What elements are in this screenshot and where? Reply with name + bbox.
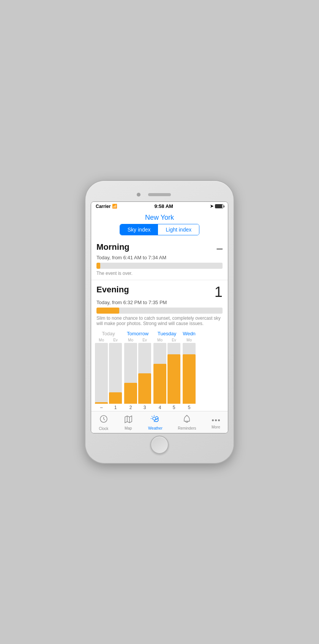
status-right: ➤: [210, 204, 223, 209]
nav-weather[interactable]: Weather: [148, 415, 163, 430]
bar-col-tomorrow-mo: Mo 2: [124, 338, 137, 410]
evening-score: 1: [215, 285, 223, 299]
weather-icon: [150, 415, 160, 425]
day-group-tomorrow: Tomorrow Mo 2 Ev: [124, 331, 151, 410]
battery-icon: [215, 204, 223, 208]
today-ev-value: 1: [114, 405, 117, 410]
tomorrow-mo-sub: Mo: [128, 338, 133, 342]
svg-marker-1: [125, 416, 132, 423]
svg-point-4: [153, 417, 156, 420]
app-content: New York Sky index Light index Morning –…: [91, 211, 228, 433]
tomorrow-ev-value: 3: [144, 405, 146, 410]
today-mo-fill: [95, 402, 108, 404]
bar-col-tuesday-ev: Ev 5: [167, 338, 180, 410]
tomorrow-ev-fill: [138, 373, 151, 404]
morning-section: Morning – Today, from 6:41 AM to 7:34 AM…: [91, 239, 228, 278]
phone-frame: Carrier 📶 9:58 AM ➤ New York Sky index L…: [85, 181, 234, 463]
wednesday-bars: Mo 5: [183, 338, 196, 410]
reminders-label: Reminders: [178, 426, 196, 430]
tuesday-ev-sub: Ev: [172, 338, 176, 342]
today-mo-sub: Mo: [99, 338, 104, 342]
nav-clock[interactable]: Clock: [99, 414, 108, 431]
tuesday-mo-value: 4: [159, 405, 161, 410]
carrier-label: Carrier: [96, 204, 111, 209]
status-left: Carrier 📶: [96, 204, 117, 209]
home-button[interactable]: [150, 436, 169, 454]
bell-icon: [183, 415, 191, 425]
bottom-nav: Clock Map: [91, 411, 228, 433]
bar-col-wednesday-mo: Mo 5: [183, 338, 196, 410]
tab-light-index[interactable]: Light index: [158, 224, 199, 235]
morning-note: The event is over.: [96, 271, 223, 276]
today-ev-track: [109, 343, 122, 404]
wednesday-mo-fill: [183, 354, 196, 404]
more-label: More: [212, 425, 220, 429]
chart-area: Today Mo – Ev: [91, 328, 228, 411]
location-icon: ➤: [210, 204, 213, 209]
nav-more[interactable]: More: [212, 416, 220, 429]
day-group-tuesday: Tuesday Mo 4 Ev: [153, 331, 180, 410]
nav-reminders[interactable]: Reminders: [178, 415, 196, 430]
map-label: Map: [125, 426, 132, 430]
camera: [137, 193, 141, 197]
morning-progress-fill: [96, 263, 100, 269]
time-display: 9:58 AM: [154, 203, 173, 209]
day-label-today: Today: [102, 331, 115, 336]
tab-bar: Sky index Light index: [91, 224, 228, 235]
tomorrow-mo-track: [124, 343, 137, 404]
nav-map[interactable]: Map: [124, 415, 133, 430]
wednesday-mo-value: 5: [188, 405, 191, 410]
tomorrow-mo-fill: [124, 383, 137, 404]
phone-top: [91, 188, 228, 201]
tuesday-mo-fill: [153, 364, 166, 404]
today-bars: Mo – Ev 1: [95, 338, 122, 410]
status-bar: Carrier 📶 9:58 AM ➤: [91, 202, 228, 211]
clock-icon: [99, 414, 108, 426]
evening-title: Evening: [96, 285, 129, 295]
bar-col-tuesday-mo: Mo 4: [153, 338, 166, 410]
morning-time: Today, from 6:41 AM to 7:34 AM: [96, 255, 223, 260]
morning-progress-bar: [96, 263, 223, 269]
evening-time: Today, from 6:32 PM to 7:35 PM: [96, 300, 223, 305]
chart-container: Today Mo – Ev: [95, 331, 224, 410]
today-ev-sub: Ev: [113, 338, 118, 342]
day-group-wednesday: Wedn Mo 5: [183, 331, 196, 410]
more-icon: [212, 416, 220, 424]
today-ev-fill: [109, 392, 122, 404]
tomorrow-ev-sub: Ev: [142, 338, 147, 342]
morning-score: –: [216, 242, 223, 254]
bar-col-tomorrow-ev: Ev 3: [138, 338, 151, 410]
tuesday-ev-fill: [167, 354, 180, 404]
wifi-icon: 📶: [112, 204, 117, 209]
day-label-tomorrow: Tomorrow: [127, 331, 148, 336]
wednesday-mo-track: [183, 343, 196, 404]
tomorrow-ev-track: [138, 343, 151, 404]
today-mo-value: –: [100, 405, 103, 410]
evening-header: Evening 1: [96, 285, 223, 299]
day-label-tuesday: Tuesday: [158, 331, 176, 336]
day-label-wednesday: Wedn: [183, 331, 196, 336]
section-divider-1: [91, 280, 228, 280]
tuesday-bars: Mo 4 Ev 5: [153, 338, 180, 410]
phone-bottom: [91, 433, 228, 456]
map-icon: [124, 415, 133, 425]
tomorrow-bars: Mo 2 Ev 3: [124, 338, 151, 410]
speaker: [148, 193, 171, 196]
day-group-today: Today Mo – Ev: [95, 331, 122, 410]
bar-col-today-mo: Mo –: [95, 338, 108, 410]
tuesday-ev-value: 5: [173, 405, 175, 410]
tab-group: Sky index Light index: [120, 224, 199, 235]
evening-note: Slim to none chance to catch sunset, com…: [96, 316, 223, 326]
today-mo-track: [95, 343, 108, 404]
tuesday-ev-track: [167, 343, 180, 404]
evening-progress-bar: [96, 308, 223, 314]
wednesday-mo-sub: Mo: [186, 338, 192, 342]
tab-sky-index[interactable]: Sky index: [120, 224, 158, 235]
evening-progress-fill: [96, 308, 119, 314]
clock-label: Clock: [99, 427, 108, 431]
battery-fill: [215, 205, 222, 208]
bar-col-today-ev: Ev 1: [109, 338, 122, 410]
evening-section: Evening 1 Today, from 6:32 PM to 7:35 PM…: [91, 282, 228, 328]
tuesday-mo-sub: Mo: [157, 338, 163, 342]
morning-title: Morning: [96, 242, 129, 252]
